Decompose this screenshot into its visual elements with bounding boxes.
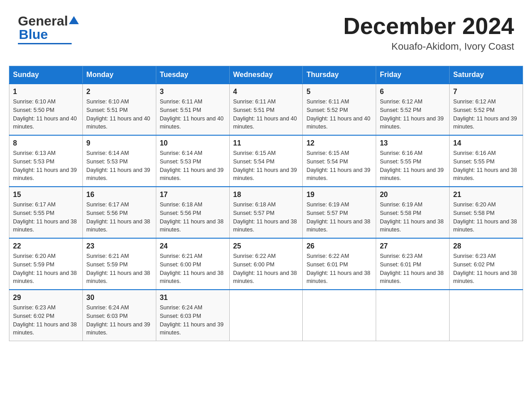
day-number: 3 <box>160 88 226 96</box>
col-sunday: Sunday <box>9 66 83 84</box>
day-info: Sunrise: 6:11 AM Sunset: 5:52 PM Dayligh… <box>306 98 372 131</box>
col-tuesday: Tuesday <box>156 66 229 84</box>
title-block: December 2024 Kouafo-Akidom, Ivory Coast <box>343 13 514 52</box>
day-cell-18: 18 Sunrise: 6:18 AM Sunset: 5:57 PM Dayl… <box>229 187 303 238</box>
day-info: Sunrise: 6:23 AM Sunset: 6:02 PM Dayligh… <box>453 252 519 286</box>
day-number: 16 <box>86 191 152 199</box>
day-cell-13: 13 Sunrise: 6:16 AM Sunset: 5:55 PM Dayl… <box>376 135 450 187</box>
svg-marker-0 <box>69 16 79 24</box>
day-info: Sunrise: 6:13 AM Sunset: 5:53 PM Dayligh… <box>13 149 79 183</box>
day-info: Sunrise: 6:10 AM Sunset: 5:51 PM Dayligh… <box>86 98 152 131</box>
day-number: 7 <box>453 88 519 96</box>
day-number: 26 <box>306 242 372 250</box>
location: Kouafo-Akidom, Ivory Coast <box>343 41 514 52</box>
day-info: Sunrise: 6:18 AM Sunset: 5:56 PM Dayligh… <box>160 201 226 234</box>
day-number: 4 <box>233 88 299 96</box>
day-info: Sunrise: 6:20 AM Sunset: 5:58 PM Dayligh… <box>453 201 519 234</box>
day-info: Sunrise: 6:23 AM Sunset: 6:02 PM Dayligh… <box>13 304 79 337</box>
day-cell-26: 26 Sunrise: 6:22 AM Sunset: 6:01 PM Dayl… <box>303 238 376 290</box>
col-friday: Friday <box>376 66 450 84</box>
day-cell-5: 5 Sunrise: 6:11 AM Sunset: 5:52 PM Dayli… <box>303 84 376 135</box>
day-number: 31 <box>160 294 226 302</box>
logo-triangle-icon <box>69 15 79 25</box>
day-cell-9: 9 Sunrise: 6:14 AM Sunset: 5:53 PM Dayli… <box>82 135 156 187</box>
day-cell-24: 24 Sunrise: 6:21 AM Sunset: 6:00 PM Dayl… <box>156 238 229 290</box>
calendar-header-row: Sunday Monday Tuesday Wednesday Thursday… <box>9 66 523 84</box>
empty-cell-4-3 <box>229 290 303 341</box>
day-cell-8: 8 Sunrise: 6:13 AM Sunset: 5:53 PM Dayli… <box>9 135 83 187</box>
month-title: December 2024 <box>343 13 514 39</box>
day-info: Sunrise: 6:14 AM Sunset: 5:53 PM Dayligh… <box>86 149 152 183</box>
day-cell-3: 3 Sunrise: 6:11 AM Sunset: 5:51 PM Dayli… <box>156 84 229 135</box>
day-number: 28 <box>453 242 519 250</box>
day-number: 5 <box>306 88 372 96</box>
day-info: Sunrise: 6:17 AM Sunset: 5:55 PM Dayligh… <box>13 201 79 234</box>
day-number: 25 <box>233 242 299 250</box>
day-number: 19 <box>306 191 372 199</box>
empty-cell-4-5 <box>376 290 450 341</box>
day-cell-31: 31 Sunrise: 6:24 AM Sunset: 6:03 PM Dayl… <box>156 290 229 341</box>
day-cell-23: 23 Sunrise: 6:21 AM Sunset: 5:59 PM Dayl… <box>82 238 156 290</box>
day-cell-11: 11 Sunrise: 6:15 AM Sunset: 5:54 PM Dayl… <box>229 135 303 187</box>
logo-text-blue: Blue <box>19 27 48 42</box>
logo: General Blue <box>18 13 80 44</box>
day-cell-28: 28 Sunrise: 6:23 AM Sunset: 6:02 PM Dayl… <box>450 238 523 290</box>
week-row-1: 1 Sunrise: 6:10 AM Sunset: 5:50 PM Dayli… <box>9 84 523 135</box>
day-number: 8 <box>13 139 79 147</box>
day-number: 1 <box>13 88 79 96</box>
day-cell-2: 2 Sunrise: 6:10 AM Sunset: 5:51 PM Dayli… <box>82 84 156 135</box>
day-cell-15: 15 Sunrise: 6:17 AM Sunset: 5:55 PM Dayl… <box>9 187 83 238</box>
day-number: 15 <box>13 191 79 199</box>
col-saturday: Saturday <box>450 66 523 84</box>
day-info: Sunrise: 6:20 AM Sunset: 5:59 PM Dayligh… <box>13 252 79 286</box>
day-info: Sunrise: 6:22 AM Sunset: 6:00 PM Dayligh… <box>233 252 299 286</box>
col-monday: Monday <box>82 66 156 84</box>
day-cell-16: 16 Sunrise: 6:17 AM Sunset: 5:56 PM Dayl… <box>82 187 156 238</box>
day-info: Sunrise: 6:21 AM Sunset: 6:00 PM Dayligh… <box>160 252 226 286</box>
day-info: Sunrise: 6:19 AM Sunset: 5:57 PM Dayligh… <box>306 201 372 234</box>
col-thursday: Thursday <box>303 66 376 84</box>
day-info: Sunrise: 6:12 AM Sunset: 5:52 PM Dayligh… <box>453 98 519 131</box>
day-info: Sunrise: 6:23 AM Sunset: 6:01 PM Dayligh… <box>380 252 446 286</box>
day-info: Sunrise: 6:18 AM Sunset: 5:57 PM Dayligh… <box>233 201 299 234</box>
empty-cell-4-4 <box>303 290 376 341</box>
day-cell-30: 30 Sunrise: 6:24 AM Sunset: 6:03 PM Dayl… <box>82 290 156 341</box>
day-info: Sunrise: 6:11 AM Sunset: 5:51 PM Dayligh… <box>233 98 299 131</box>
logo-underline <box>18 43 72 44</box>
day-number: 23 <box>86 242 152 250</box>
day-cell-12: 12 Sunrise: 6:15 AM Sunset: 5:54 PM Dayl… <box>303 135 376 187</box>
day-info: Sunrise: 6:16 AM Sunset: 5:55 PM Dayligh… <box>380 149 446 183</box>
day-number: 6 <box>380 88 446 96</box>
day-cell-20: 20 Sunrise: 6:19 AM Sunset: 5:58 PM Dayl… <box>376 187 450 238</box>
page-header: General Blue December 2024 Kouafo-Akidom… <box>9 9 523 57</box>
day-number: 27 <box>380 242 446 250</box>
day-number: 10 <box>160 139 226 147</box>
week-row-2: 8 Sunrise: 6:13 AM Sunset: 5:53 PM Dayli… <box>9 135 523 187</box>
day-cell-10: 10 Sunrise: 6:14 AM Sunset: 5:53 PM Dayl… <box>156 135 229 187</box>
day-number: 11 <box>233 139 299 147</box>
day-number: 18 <box>233 191 299 199</box>
logo-text-black: General <box>18 13 68 29</box>
day-number: 2 <box>86 88 152 96</box>
day-number: 20 <box>380 191 446 199</box>
day-number: 14 <box>453 139 519 147</box>
day-cell-19: 19 Sunrise: 6:19 AM Sunset: 5:57 PM Dayl… <box>303 187 376 238</box>
day-number: 21 <box>453 191 519 199</box>
day-info: Sunrise: 6:15 AM Sunset: 5:54 PM Dayligh… <box>233 149 299 183</box>
week-row-5: 29 Sunrise: 6:23 AM Sunset: 6:02 PM Dayl… <box>9 290 523 341</box>
day-info: Sunrise: 6:15 AM Sunset: 5:54 PM Dayligh… <box>306 149 372 183</box>
day-info: Sunrise: 6:22 AM Sunset: 6:01 PM Dayligh… <box>306 252 372 286</box>
day-info: Sunrise: 6:16 AM Sunset: 5:55 PM Dayligh… <box>453 149 519 183</box>
day-info: Sunrise: 6:17 AM Sunset: 5:56 PM Dayligh… <box>86 201 152 234</box>
day-cell-22: 22 Sunrise: 6:20 AM Sunset: 5:59 PM Dayl… <box>9 238 83 290</box>
day-info: Sunrise: 6:24 AM Sunset: 6:03 PM Dayligh… <box>160 304 226 337</box>
week-row-4: 22 Sunrise: 6:20 AM Sunset: 5:59 PM Dayl… <box>9 238 523 290</box>
day-cell-4: 4 Sunrise: 6:11 AM Sunset: 5:51 PM Dayli… <box>229 84 303 135</box>
day-cell-29: 29 Sunrise: 6:23 AM Sunset: 6:02 PM Dayl… <box>9 290 83 341</box>
day-cell-27: 27 Sunrise: 6:23 AM Sunset: 6:01 PM Dayl… <box>376 238 450 290</box>
day-number: 30 <box>86 294 152 302</box>
day-number: 22 <box>13 242 79 250</box>
day-info: Sunrise: 6:24 AM Sunset: 6:03 PM Dayligh… <box>86 304 152 337</box>
day-info: Sunrise: 6:11 AM Sunset: 5:51 PM Dayligh… <box>160 98 226 131</box>
col-wednesday: Wednesday <box>229 66 303 84</box>
